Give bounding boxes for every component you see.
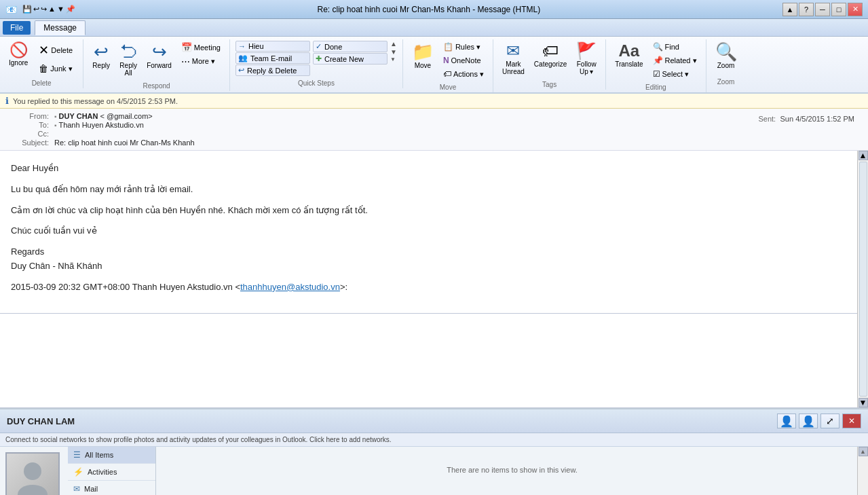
people-pane-header: DUY CHAN LAM 👤 👤 ⤢ ✕ [0, 409, 868, 433]
qs-hieu[interactable]: → Hieu [235, 41, 310, 52]
scroll-up-btn[interactable]: ▲ [858, 151, 868, 160]
ribbon-group-delete: 🚫 Ignore ✕ Delete 🗑 Junk ▾ Delete [0, 39, 83, 88]
quick-access-undo[interactable]: ↩ [33, 5, 39, 14]
follow-up-button[interactable]: 🚩 FollowUp ▾ [573, 41, 600, 77]
nav-mail[interactable]: ✉ Mail [68, 481, 155, 495]
ribbon: 🚫 Ignore ✕ Delete 🗑 Junk ▾ Delete ↩ Repl… [0, 37, 868, 94]
body-para2: Cảm ơn lời chúc và clip hoạt hình của bê… [11, 204, 848, 218]
info-text: You replied to this message on 4/5/2015 … [13, 97, 178, 105]
ignore-button[interactable]: 🚫 Ignore [5, 41, 31, 69]
person-icon-btn2[interactable]: 👤 [799, 414, 818, 428]
onenote-button[interactable]: N OneNote [440, 54, 487, 67]
quick-access-save[interactable]: 💾 [22, 5, 32, 14]
svg-point-0 [24, 462, 41, 480]
social-text: Connect to social networks to show profi… [5, 436, 392, 443]
qs-done[interactable]: ✓ Done [313, 41, 388, 52]
nav-all-items[interactable]: ☰ All Items [68, 447, 155, 464]
from-avatar-icon: ▪ [54, 113, 57, 120]
reply-button[interactable]: ↩ Reply [89, 41, 113, 71]
scroll-down-btn[interactable]: ▼ [858, 398, 868, 407]
ribbon-group-quicksteps: → Hieu 👥 Team E-mail ↩ Reply & Delete ✓ … [230, 39, 403, 88]
forward-button[interactable]: ↪ Forward [143, 41, 175, 71]
people-scrollbar[interactable]: ▲ ▼ [857, 447, 868, 495]
select-icon: ☑ [653, 69, 660, 79]
main-content: Dear Huyền Lu bu quá đến hôm nay mới rản… [0, 151, 868, 495]
scroll-thumb[interactable] [859, 162, 867, 397]
junk-icon: 🗑 [39, 63, 48, 74]
nav-activities[interactable]: ⚡ Activities [68, 464, 155, 481]
subject-value: Re: clip hoat hinh cuoi Mr Chan-Ms Khanh [54, 139, 195, 147]
person-icon-btn1[interactable]: 👤 [777, 414, 796, 428]
from-label: From: [8, 112, 49, 120]
file-tab[interactable]: File [3, 21, 31, 35]
delete-button[interactable]: ✕ Delete [34, 41, 77, 60]
zoom-button[interactable]: 🔍 Zoom [712, 41, 740, 71]
quick-access-up[interactable]: ▲ [48, 5, 56, 14]
find-button[interactable]: 🔍 Find [649, 41, 700, 53]
scroll-up-arrow[interactable]: ▲ [390, 41, 397, 48]
to-display: Thanh Huyen Akstudio.vn [58, 121, 143, 129]
window-help[interactable]: ? [799, 3, 814, 16]
more-icon: ⋯ [181, 56, 190, 67]
qs-create-new[interactable]: ✚ Create New [313, 53, 388, 65]
nav-mail-icon: ✉ [73, 484, 80, 494]
scroll-down-arrow[interactable]: ▼ [390, 49, 397, 56]
people-body: ✚ Add ☰ All Items ⚡ Activities ✉ Mail [0, 447, 868, 495]
mark-unread-icon: ✉ [506, 43, 520, 59]
scroll-expand-arrow[interactable]: ▼ [390, 57, 397, 62]
quick-access-redo[interactable]: ↪ [41, 5, 47, 14]
window-up-arrow[interactable]: ▲ [782, 3, 797, 16]
qs-team-email[interactable]: 👥 Team E-mail [235, 52, 310, 64]
window-close[interactable]: ✕ [848, 3, 863, 16]
qs-reply-delete[interactable]: ↩ Reply & Delete [235, 65, 310, 76]
categorize-button[interactable]: 🏷 Categorize [531, 41, 570, 70]
svg-point-1 [18, 485, 48, 495]
quick-access-pin: 📌 [66, 5, 75, 14]
rules-button[interactable]: 📋 Rules ▾ [440, 41, 487, 53]
close-pane-btn[interactable]: ✕ [842, 414, 861, 428]
footer-link[interactable]: thanhhuyen@akstudio.vn [240, 282, 340, 292]
reply-all-button[interactable]: ⮌ ReplyAll [116, 41, 140, 79]
respond-group-label: Respond [83, 82, 229, 90]
from-email-addr: < @gmail.com> [100, 112, 153, 120]
forward-icon: ↪ [152, 43, 167, 60]
window-title: Re: clip hoat hinh cuoi Mr Chan-Ms Khanh… [75, 5, 782, 14]
app-icon: 📧 [5, 4, 17, 15]
actions-button[interactable]: 🏷 Actions ▾ [440, 68, 487, 80]
junk-button[interactable]: 🗑 Junk ▾ [34, 61, 77, 76]
people-content-area: There are no items to show in this view.… [156, 447, 868, 495]
move-button[interactable]: 📁 Move [409, 41, 437, 71]
quicksteps-scroll[interactable]: ▲ ▼ ▼ [390, 41, 397, 62]
sent-value: Sun 4/5/2015 1:52 PM [780, 115, 854, 123]
categorize-icon: 🏷 [542, 43, 559, 59]
more-button[interactable]: ⋯ More ▾ [178, 55, 224, 68]
window-minimize[interactable]: ─ [815, 3, 830, 16]
window-maximize[interactable]: □ [831, 3, 846, 16]
email-body-wrapper[interactable]: Dear Huyền Lu bu quá đến hôm nay mới rản… [0, 151, 868, 314]
quick-access-down[interactable]: ▼ [57, 5, 64, 14]
related-icon: 📌 [653, 56, 663, 65]
select-button[interactable]: ☑ Select ▾ [649, 68, 700, 80]
people-avatar-section: ✚ Add [0, 447, 68, 495]
mark-unread-button[interactable]: ✉ MarkUnread [499, 41, 528, 77]
translate-button[interactable]: Aa Translate [611, 41, 646, 70]
reply-all-icon: ⮌ [119, 43, 137, 60]
qs-team-icon: 👥 [238, 54, 248, 62]
message-tab[interactable]: Message [35, 20, 86, 35]
social-bar: Connect to social networks to show profi… [0, 433, 868, 447]
nav-mail-label: Mail [84, 485, 98, 493]
related-button[interactable]: 📌 Related ▾ [649, 54, 700, 67]
move-icon: 📁 [412, 43, 434, 60]
people-pane: DUY CHAN LAM 👤 👤 ⤢ ✕ Connect to social n… [0, 408, 868, 495]
to-label: To: [8, 121, 49, 129]
avatar-image [5, 452, 60, 495]
qs-create-icon: ✚ [316, 54, 322, 63]
qs-reply-delete-icon: ↩ [238, 66, 244, 75]
expand-pane-btn[interactable]: ⤢ [820, 414, 839, 428]
tags-group-label: Tags [493, 81, 605, 88]
meeting-button[interactable]: 📅 Meeting [178, 41, 224, 54]
people-scroll-up[interactable]: ▲ [858, 447, 868, 456]
ignore-icon: 🚫 [10, 43, 28, 58]
email-scrollbar[interactable]: ▲ ▼ [857, 151, 868, 407]
nav-activities-icon: ⚡ [73, 467, 83, 477]
